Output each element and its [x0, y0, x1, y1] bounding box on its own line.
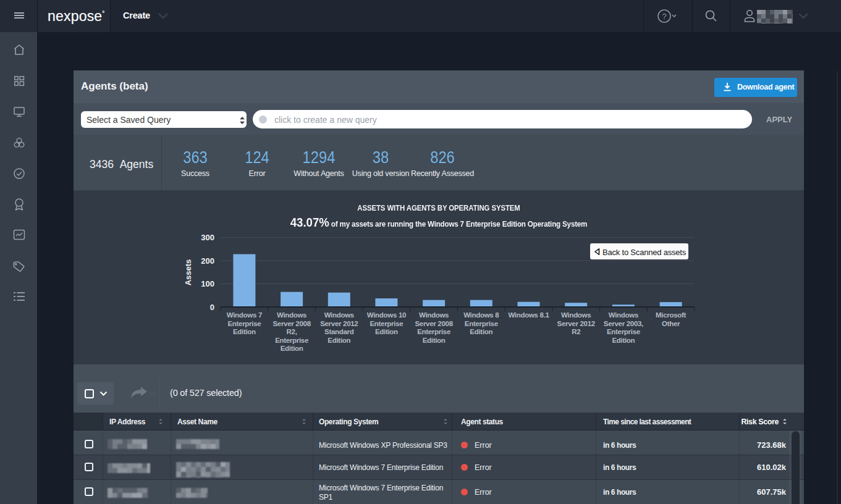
svg-text:Server 2008: Server 2008	[415, 320, 453, 327]
svg-text:Edition: Edition	[233, 328, 256, 335]
svg-text:Enterprise: Enterprise	[370, 320, 403, 327]
svg-text:Server 2008: Server 2008	[273, 320, 311, 327]
svg-text:Server 2003,: Server 2003,	[604, 320, 643, 327]
svg-text:0: 0	[210, 303, 214, 312]
svg-text:Enterprise: Enterprise	[227, 320, 261, 327]
svg-text:Windows: Windows	[561, 311, 591, 319]
svg-text:Windows: Windows	[609, 311, 638, 319]
svg-text:Edition: Edition	[423, 337, 446, 344]
svg-text:Server 2012: Server 2012	[320, 320, 358, 327]
svg-text:Windows 8: Windows 8	[463, 311, 499, 319]
svg-text:Enterprise: Enterprise	[465, 320, 498, 327]
svg-text:Edition: Edition	[470, 328, 492, 335]
svg-text:200: 200	[201, 256, 214, 266]
svg-text:Assets: Assets	[184, 259, 193, 286]
svg-text:100: 100	[201, 279, 214, 288]
svg-text:Edition: Edition	[375, 328, 398, 335]
svg-text:Windows: Windows	[324, 311, 354, 319]
svg-text:R2,: R2,	[287, 328, 297, 335]
svg-text:Windows: Windows	[419, 311, 449, 319]
svg-text:Server 2012: Server 2012	[557, 320, 595, 327]
svg-text:Enterprise: Enterprise	[417, 328, 450, 335]
svg-text:Enterprise: Enterprise	[607, 328, 640, 335]
svg-text:Enterprise: Enterprise	[275, 337, 308, 344]
svg-text:Microsoft: Microsoft	[656, 311, 687, 319]
svg-text:Standard: Standard	[324, 328, 354, 335]
svg-text:Edition: Edition	[612, 337, 635, 344]
svg-text:?: ?	[662, 12, 666, 21]
svg-text:Windows 8.1: Windows 8.1	[508, 311, 549, 319]
svg-text:Windows: Windows	[277, 311, 306, 319]
svg-text:300: 300	[201, 233, 214, 242]
svg-text:R2: R2	[572, 328, 580, 335]
svg-text:Windows 10: Windows 10	[367, 311, 406, 319]
svg-text:Edition: Edition	[281, 345, 303, 352]
svg-text:Other: Other	[662, 320, 680, 327]
svg-text:Windows 7: Windows 7	[227, 311, 262, 319]
svg-text:Edition: Edition	[328, 337, 350, 344]
